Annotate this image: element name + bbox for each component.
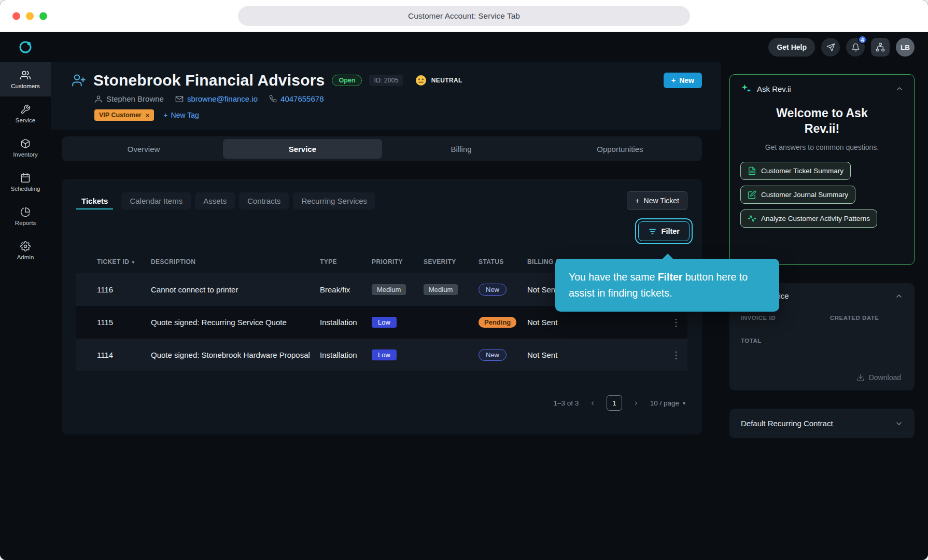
- sidebar-item-label: Admin: [17, 254, 34, 260]
- pagination-range: 1–3 of 3: [554, 399, 579, 407]
- tab-opportunities[interactable]: Opportunities: [541, 139, 699, 159]
- app-topbar: Get Help 4 LB: [0, 32, 928, 62]
- gear-icon: [20, 241, 31, 251]
- row-actions-icon[interactable]: ⋮: [671, 318, 681, 327]
- ask-revii-title: Ask Rev.ii: [757, 85, 791, 93]
- plus-icon: +: [671, 76, 676, 85]
- cell-description: Quote signed: Recurring Service Quote: [151, 318, 320, 327]
- phone-link[interactable]: 4047655678: [280, 94, 324, 103]
- notifications-button[interactable]: 4: [846, 38, 865, 57]
- customer-ticket-summary-button[interactable]: Customer Ticket Summary: [740, 162, 851, 180]
- download-invoice-button[interactable]: Download: [853, 373, 904, 382]
- sentiment-label: NEUTRAL: [431, 77, 462, 84]
- tooltip-arrow: [662, 254, 673, 259]
- window-title: Customer Account: Service Tab: [238, 6, 690, 26]
- table-row[interactable]: 1114 Quote signed: Stonebrook Hardware P…: [76, 339, 687, 371]
- customer-id-chip: ID: 2005: [369, 75, 403, 86]
- tab-billing[interactable]: Billing: [382, 139, 541, 159]
- cell-ticket-id: 1114: [76, 351, 151, 359]
- right-panel: Ask Rev.ii Welcome to Ask Rev.ii! Get an…: [729, 62, 915, 438]
- tooltip-bold-text: Filter: [658, 271, 683, 283]
- contact-phone: 4047655678: [269, 94, 324, 103]
- pie-chart-icon: [20, 207, 31, 217]
- subtab-calendar-items[interactable]: Calendar Items: [121, 192, 191, 209]
- tab-overview[interactable]: Overview: [64, 139, 223, 159]
- minimize-window-button[interactable]: [26, 12, 34, 20]
- page-size-select[interactable]: 10 / page ▾: [650, 399, 685, 407]
- cell-billing-status: Not Sent: [527, 318, 605, 327]
- subtab-tickets[interactable]: Tickets: [76, 192, 113, 209]
- subtab-assets[interactable]: Assets: [195, 192, 235, 209]
- analyze-activity-patterns-button[interactable]: Analyze Customer Activity Patterns: [740, 209, 877, 228]
- email-link[interactable]: sbrowne@finance.io: [187, 94, 258, 103]
- sitemap-icon: [876, 43, 885, 52]
- sidebar-nav: Customers Service Inventory Scheduling: [0, 62, 51, 560]
- status-badge: New: [479, 349, 507, 361]
- cell-type: Installation: [320, 318, 372, 327]
- cell-ticket-id: 1116: [76, 285, 151, 294]
- ask-action-label: Customer Journal Summary: [761, 191, 848, 199]
- new-button[interactable]: + New: [664, 73, 702, 88]
- priority-badge: Medium: [372, 284, 406, 295]
- get-help-button[interactable]: Get Help: [768, 38, 815, 57]
- tab-service[interactable]: Service: [223, 139, 382, 159]
- collapse-chevron-up-icon[interactable]: [895, 85, 904, 93]
- column-status: STATUS: [479, 258, 527, 265]
- created-date-label: CREATED DATE: [830, 315, 879, 321]
- default-recurring-contract-card[interactable]: Default Recurring Contract: [729, 409, 915, 438]
- next-page-button[interactable]: ›: [631, 397, 641, 409]
- account-tabs: Overview Service Billing Opportunities: [62, 136, 702, 161]
- download-icon: [856, 373, 865, 382]
- current-page-button[interactable]: 1: [607, 395, 622, 411]
- contact-name: Stephen Browne: [94, 94, 164, 103]
- priority-badge: Low: [372, 317, 397, 328]
- new-ticket-label: New Ticket: [644, 197, 679, 205]
- window-titlebar: Customer Account: Service Tab: [0, 0, 928, 32]
- sidebar-item-service[interactable]: Service: [0, 96, 51, 131]
- sort-caret-icon[interactable]: ▾: [132, 259, 134, 265]
- column-description: DESCRIPTION: [151, 258, 320, 265]
- customer-name: Stonebrook Financial Advisors: [93, 72, 325, 89]
- expand-chevron-down-icon[interactable]: [895, 419, 903, 428]
- org-hierarchy-button[interactable]: [871, 38, 890, 57]
- filter-button[interactable]: Filter: [638, 221, 690, 241]
- customer-status-badge: Open: [332, 75, 362, 86]
- customer-person-icon: [72, 73, 86, 88]
- page-size-caret-icon: ▾: [683, 400, 685, 406]
- column-severity: SEVERITY: [424, 258, 479, 265]
- users-icon: [20, 70, 31, 80]
- download-label: Download: [869, 373, 901, 382]
- column-type: TYPE: [320, 258, 372, 265]
- ask-revii-card: Ask Rev.ii Welcome to Ask Rev.ii! Get an…: [729, 74, 915, 265]
- previous-page-button[interactable]: ‹: [588, 397, 597, 409]
- cell-type: Break/fix: [320, 285, 372, 294]
- close-window-button[interactable]: [12, 12, 20, 20]
- sidebar-item-scheduling[interactable]: Scheduling: [0, 165, 51, 199]
- package-icon: [20, 138, 31, 149]
- cell-ticket-id: 1115: [76, 318, 151, 327]
- notification-badge: 4: [858, 35, 867, 44]
- sidebar-item-reports[interactable]: Reports: [0, 199, 51, 233]
- plus-icon: +: [635, 197, 639, 205]
- page-size-value: 10 / page: [650, 399, 679, 407]
- contact-email: sbrowne@finance.io: [175, 94, 258, 103]
- sidebar-item-customers[interactable]: Customers: [0, 62, 51, 96]
- row-actions-icon[interactable]: ⋮: [671, 351, 681, 360]
- subtab-contracts[interactable]: Contracts: [239, 192, 289, 209]
- send-button[interactable]: [821, 38, 840, 57]
- sidebar-item-inventory[interactable]: Inventory: [0, 131, 51, 165]
- filter-coachmark-tooltip: You have the same Filter button here to …: [555, 259, 779, 312]
- customer-journal-summary-button[interactable]: Customer Journal Summary: [740, 186, 855, 204]
- subtab-recurring-services[interactable]: Recurring Services: [293, 192, 375, 209]
- collapse-chevron-up-icon[interactable]: [895, 292, 903, 300]
- user-avatar[interactable]: LB: [896, 38, 915, 57]
- new-ticket-button[interactable]: + New Ticket: [627, 191, 687, 210]
- remove-tag-icon[interactable]: ×: [146, 112, 150, 119]
- app-logo-icon[interactable]: [18, 39, 33, 55]
- new-tag-button[interactable]: + New Tag: [163, 111, 199, 119]
- severity-badge: Medium: [424, 284, 458, 295]
- sidebar-item-admin[interactable]: Admin: [0, 233, 51, 268]
- cell-description: Quote signed: Stonebrook Hardware Propos…: [151, 351, 320, 359]
- zoom-window-button[interactable]: [39, 12, 47, 20]
- ask-action-label: Customer Ticket Summary: [761, 167, 843, 175]
